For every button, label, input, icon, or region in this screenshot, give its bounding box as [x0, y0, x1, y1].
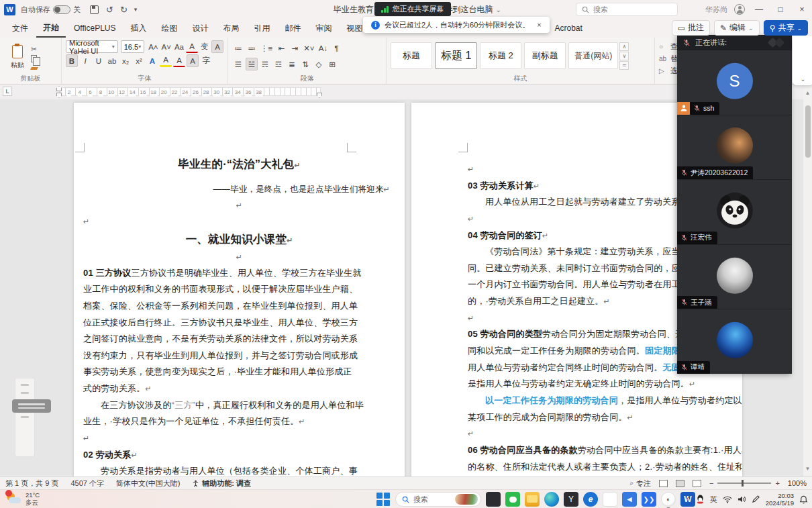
tab-邮件[interactable]: 邮件 — [278, 20, 307, 37]
volume-icon[interactable] — [738, 495, 746, 503]
font-style-9-icon[interactable]: A — [187, 54, 199, 67]
font-style-0-icon[interactable]: B — [66, 54, 78, 67]
tab-绘图[interactable]: 绘图 — [154, 20, 184, 37]
para-tool-0-icon[interactable]: ≔ — [232, 42, 244, 54]
page-indicator[interactable]: 第 1 页，共 9 页 — [5, 478, 58, 489]
style-标题 2[interactable]: 标题 2 — [480, 42, 521, 69]
font-style-8-icon[interactable]: A — [173, 54, 185, 67]
undo-icon[interactable]: ↺ — [106, 5, 113, 15]
format-painter-icon[interactable] — [30, 67, 38, 70]
document-scrollbar[interactable]: ▲ ▼ — [803, 87, 812, 476]
language-indicator[interactable]: 简体中文(中国大陆) — [116, 478, 180, 489]
redo-icon[interactable]: ↻ — [120, 5, 128, 15]
word-count[interactable]: 4507 个字 — [70, 478, 104, 489]
autosave-toggle[interactable]: 自动保存 关 — [21, 5, 81, 15]
zoom-in-button[interactable]: + — [775, 479, 779, 487]
style-普通(网站)[interactable]: 普通(网站) — [568, 42, 618, 69]
minimize-button[interactable]: — — [752, 5, 766, 14]
taskbar-app-game-app[interactable]: Y — [564, 492, 578, 507]
read-mode-icon[interactable] — [659, 480, 668, 487]
style-标题[interactable]: 标题 — [391, 42, 432, 69]
para-tool-7-icon[interactable]: ¶ — [331, 42, 343, 54]
bing-daily-image[interactable] — [455, 494, 478, 505]
hanging-indent-marker[interactable] — [56, 93, 62, 98]
account-avatar-icon[interactable] — [734, 4, 745, 15]
paste-button[interactable]: 粘贴 — [4, 40, 31, 72]
cut-icon[interactable]: ✂ — [31, 46, 38, 52]
toast-close-icon[interactable]: × — [537, 21, 541, 29]
para-align-5-icon[interactable]: ⇅ — [299, 58, 311, 70]
font-style-4-icon[interactable]: x₂ — [119, 54, 132, 67]
font-style-3-icon[interactable]: ab — [106, 54, 118, 67]
zoom-slider[interactable] — [717, 482, 771, 484]
zoom-out-button[interactable]: − — [709, 479, 713, 487]
font-size-select[interactable]: 16.5▾ — [121, 40, 144, 53]
account-name[interactable]: 华苏尚 — [705, 5, 727, 15]
autosave-switch-icon[interactable] — [53, 5, 70, 14]
style-标题 1[interactable]: 标题 1 — [435, 42, 477, 69]
tab-Acrobat[interactable]: Acrobat — [548, 21, 589, 36]
font-tool-4-icon[interactable]: 变 — [199, 40, 211, 53]
tab-插入[interactable]: 插入 — [123, 20, 153, 37]
save-icon[interactable] — [90, 5, 99, 14]
scrollbar-thumb[interactable] — [805, 105, 811, 158]
comments-button[interactable]: ▭ 批注 — [672, 20, 710, 36]
zoom-level[interactable]: 100% — [788, 479, 807, 487]
participant-tile-ssh[interactable]: Sssh — [677, 50, 792, 115]
font-style-2-icon[interactable]: U — [93, 54, 105, 67]
font-style-6-icon[interactable]: A — [146, 54, 158, 67]
focus-mode-button[interactable]: ⌕ 专注 — [629, 478, 651, 489]
print-layout-icon[interactable] — [676, 480, 684, 487]
gallery-arrow-1-icon[interactable]: ∨ — [619, 52, 629, 60]
font-tool-0-icon[interactable]: A˄ — [147, 40, 159, 53]
tab-selector[interactable]: L — [3, 87, 12, 96]
ime-indicator[interactable]: 英 — [710, 495, 717, 505]
qq-icon[interactable] — [696, 495, 705, 504]
taskbar-app-ms-store[interactable] — [603, 492, 617, 507]
participant-tile-尹涛20203622012[interactable]: 尹涛20203622012 — [677, 115, 792, 181]
restore-button[interactable]: □ — [773, 5, 788, 14]
close-button[interactable]: × — [795, 5, 809, 14]
titlebar-search[interactable]: 搜索 — [576, 3, 678, 16]
taskbar-app-round-app[interactable]: ◐ — [661, 492, 676, 507]
tab-审阅[interactable]: 审阅 — [309, 20, 338, 37]
taskbar-app-tencent-meeting[interactable]: ❯❯ — [642, 492, 656, 507]
zoom-slider-thumb[interactable] — [742, 480, 744, 487]
gallery-arrow-0-icon[interactable]: ∧ — [619, 42, 629, 51]
font-style-5-icon[interactable]: x² — [133, 54, 145, 67]
collapsed-panel-card[interactable]: ⌄ — [793, 36, 812, 85]
taskbar-search[interactable]: 搜索 — [395, 492, 481, 507]
tab-文件[interactable]: 文件 — [5, 20, 35, 37]
font-style-10-icon[interactable]: 字 — [200, 54, 212, 67]
tab-OfficePLUS[interactable]: OfficePLUS — [67, 21, 122, 36]
participant-tile-王子涵[interactable]: 王子涵 — [677, 245, 792, 310]
font-tool-3-icon[interactable]: A — [186, 40, 198, 53]
edit-mode-button[interactable]: ✎ 编辑 ⌄ — [714, 20, 760, 36]
participant-tile-谭靖[interactable]: 谭靖 — [677, 309, 792, 374]
para-align-2-icon[interactable]: ☴ — [259, 58, 271, 70]
para-tool-2-icon[interactable]: ⋮≡ — [259, 42, 274, 54]
floating-toolbar-handle[interactable] — [12, 399, 51, 413]
start-button[interactable] — [376, 492, 391, 507]
para-tool-3-icon[interactable]: ⇤ — [275, 42, 287, 54]
taskbar-app-dark-square-app[interactable] — [486, 492, 501, 507]
title-chevron-icon[interactable]: ⌄ — [496, 6, 501, 13]
font-tool-5-icon[interactable]: A — [211, 40, 223, 53]
style-副标题[interactable]: 副标题 — [524, 42, 566, 69]
font-style-1-icon[interactable]: I — [79, 54, 91, 67]
para-align-6-icon[interactable]: ◇ — [313, 58, 325, 70]
right-indent-marker[interactable] — [317, 93, 322, 98]
notification-bell-icon[interactable] — [799, 495, 808, 504]
para-align-3-icon[interactable]: ☲ — [272, 58, 285, 70]
font-name-select[interactable]: Microsoft YaHei UI▾ — [66, 40, 118, 53]
scroll-up-icon[interactable]: ▲ — [803, 89, 812, 97]
para-align-0-icon[interactable]: ☰ — [232, 58, 244, 70]
font-style-7-icon[interactable]: A — [160, 54, 172, 67]
para-tool-6-icon[interactable]: A↓ — [317, 42, 329, 54]
taskbar-app-e-browser[interactable]: e — [583, 492, 598, 507]
wifi-icon[interactable] — [723, 496, 732, 503]
tab-开始[interactable]: 开始 — [36, 19, 66, 38]
copy-icon[interactable] — [31, 55, 37, 62]
taskbar-clock[interactable]: 20:03 2024/5/19 — [766, 492, 794, 507]
accessibility-status[interactable]: 辅助功能: 调查 — [192, 478, 251, 489]
